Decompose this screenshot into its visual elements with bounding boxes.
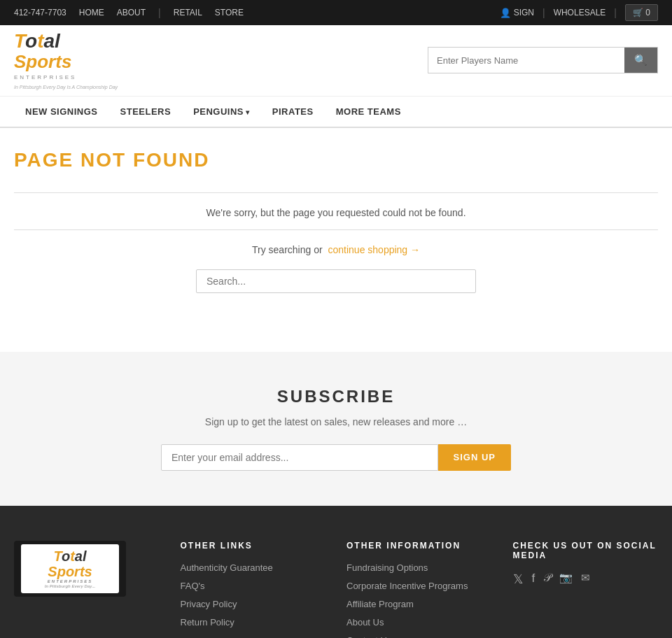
footer-other-info-col: OTHER INFORMATION Fundraising Options Co… [346, 541, 492, 638]
nav-item-new-signings[interactable]: NEW SIGNINGS [14, 97, 109, 127]
subscribe-form: SIGN UP [161, 444, 511, 471]
search-area: 🔍 [428, 47, 658, 73]
search-input[interactable] [428, 49, 624, 72]
divider-top [14, 192, 658, 193]
footer-other-info-title: OTHER INFORMATION [346, 541, 492, 551]
list-item: Contact Us [346, 635, 492, 638]
list-item: Fundraising Options [346, 562, 492, 573]
try-search-text: Try searching or continue shopping → [14, 244, 658, 255]
footer-social-col: CHECK US OUT ON SOCIAL MEDIA 𝕏 f 𝒫 📷 ✉ [513, 541, 659, 638]
logo-tagline: In Pittsburgh Every Day Is A Championshi… [14, 85, 118, 90]
nav-link-more-teams[interactable]: MORE TEAMS [325, 97, 412, 127]
footer-link-faq[interactable]: FAQ's [181, 581, 205, 591]
footer-link-privacy[interactable]: Privacy Policy [181, 599, 237, 609]
subscribe-email-input[interactable] [161, 444, 438, 471]
twitter-icon[interactable]: 𝕏 [513, 572, 524, 587]
nav-retail[interactable]: RETAIL [174, 8, 202, 17]
footer-link-authenticity[interactable]: Authenticity Guarantee [181, 562, 273, 573]
sign-link[interactable]: 👤 SIGN [500, 8, 534, 18]
main-navigation: NEW SIGNINGS STEELERS PENGUINS PIRATES M… [0, 96, 672, 128]
wholesale-link[interactable]: WHOLESALE [554, 8, 606, 17]
subscribe-title: SUBSCRIBE [14, 387, 658, 406]
footer-link-return[interactable]: Return Policy [181, 617, 234, 628]
top-divider2: | [614, 7, 617, 18]
page-search-form [196, 269, 476, 293]
page-not-found-title: PAGE NOT FOUND [14, 149, 658, 171]
nav-link-pirates[interactable]: PIRATES [261, 97, 325, 127]
pinterest-icon[interactable]: 𝒫 [543, 572, 551, 587]
divider-bottom [14, 229, 658, 230]
footer-other-info-list: Fundraising Options Corporate Incentive … [346, 562, 492, 638]
footer-other-links-list: Authenticity Guarantee FAQ's Privacy Pol… [181, 562, 326, 628]
nav-about[interactable]: ABOUT [117, 8, 146, 17]
nav-link-penguins[interactable]: PENGUINS [182, 97, 261, 127]
sorry-message: We're sorry, but the page you requested … [14, 207, 658, 218]
instagram-icon[interactable]: 📷 [559, 572, 573, 587]
user-icon: 👤 [500, 8, 511, 18]
nav-item-more-teams[interactable]: MORE TEAMS [325, 97, 412, 127]
nav-home[interactable]: HOME [79, 8, 104, 17]
nav-item-steelers[interactable]: STEELERS [109, 97, 183, 127]
footer-other-links-col: OTHER LINKS Authenticity Guarantee FAQ's… [181, 541, 326, 638]
footer-link-affiliate[interactable]: Affiliate Program [346, 599, 414, 609]
nav-link-steelers[interactable]: STEELERS [109, 97, 183, 127]
footer-link-contact[interactable]: Contact Us [346, 635, 391, 638]
email-icon[interactable]: ✉ [581, 572, 590, 587]
footer-link-fundraising[interactable]: Fundraising Options [346, 562, 428, 573]
social-icons-group: 𝕏 f 𝒫 📷 ✉ [513, 572, 659, 587]
facebook-icon[interactable]: f [532, 572, 536, 587]
search-button[interactable]: 🔍 [624, 48, 657, 73]
list-item: Corporate Incentive Programs [346, 580, 492, 591]
footer-link-corporate[interactable]: Corporate Incentive Programs [346, 581, 468, 591]
logo[interactable]: Total Sports ENTERPRISES In Pittsburgh E… [14, 31, 118, 90]
page-not-found-section: PAGE NOT FOUND We're sorry, but the page… [0, 128, 672, 352]
nav-divider: | [158, 7, 161, 18]
list-item: Affiliate Program [346, 598, 492, 609]
footer-link-about[interactable]: About Us [346, 617, 384, 628]
footer-logo-area: Total Sports ENTERPRISES In Pittsburgh E… [14, 541, 160, 638]
footer-social-title: CHECK US OUT ON SOCIAL MEDIA [513, 541, 659, 560]
top-divider: | [542, 7, 545, 18]
list-item: About Us [346, 616, 492, 628]
list-item: Return Policy [181, 616, 326, 628]
nav-item-penguins[interactable]: PENGUINS [182, 97, 261, 127]
header: Total Sports ENTERPRISES In Pittsburgh E… [0, 25, 672, 96]
footer-logo[interactable]: Total Sports ENTERPRISES In Pittsburgh E… [14, 541, 126, 597]
subscribe-description: Sign up to get the latest on sales, new … [14, 416, 658, 427]
phone-number[interactable]: 412-747-7703 [14, 8, 66, 17]
footer-other-links-title: OTHER LINKS [181, 541, 326, 551]
footer: Total Sports ENTERPRISES In Pittsburgh E… [0, 506, 672, 638]
list-item: Privacy Policy [181, 598, 326, 609]
subscribe-section: SUBSCRIBE Sign up to get the latest on s… [0, 352, 672, 506]
list-item: FAQ's [181, 580, 326, 591]
page-search-input[interactable] [196, 269, 476, 293]
nav-store[interactable]: STORE [215, 8, 244, 17]
top-bar: 412-747-7703 HOME ABOUT | RETAIL STORE 👤… [0, 0, 672, 25]
cart-button[interactable]: 🛒 0 [625, 4, 658, 21]
nav-item-pirates[interactable]: PIRATES [261, 97, 325, 127]
list-item: Authenticity Guarantee [181, 562, 326, 573]
subscribe-button[interactable]: SIGN UP [438, 444, 511, 471]
nav-link-new-signings[interactable]: NEW SIGNINGS [14, 97, 109, 127]
logo-enterprises: ENTERPRISES [14, 74, 76, 80]
continue-shopping-link[interactable]: continue shopping → [328, 244, 420, 255]
